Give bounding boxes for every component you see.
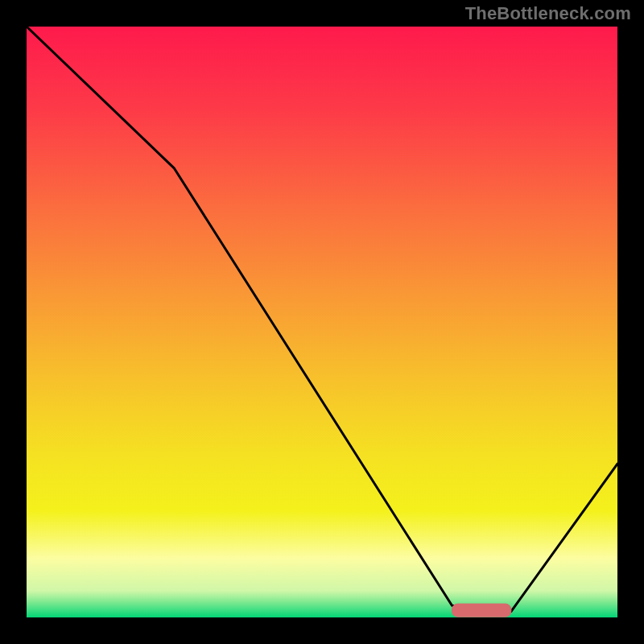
chart-frame: TheBottleneck.com — [0, 0, 644, 644]
plot-area — [27, 27, 617, 617]
bottleneck-plot — [27, 27, 617, 617]
current-config-marker — [452, 604, 511, 617]
attribution-text: TheBottleneck.com — [465, 3, 631, 24]
gradient-background — [27, 27, 617, 617]
